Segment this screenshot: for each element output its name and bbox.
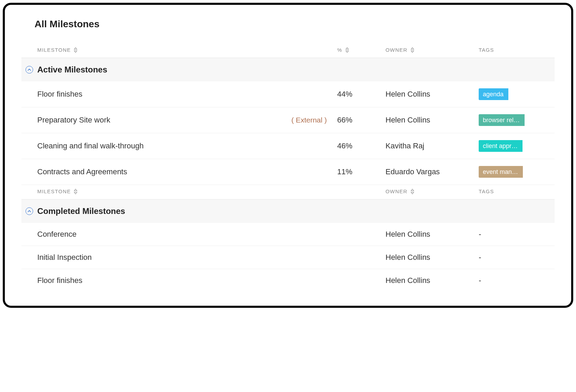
tag-cell-dash: - [479, 253, 555, 262]
sort-icon [410, 47, 414, 53]
table-row[interactable]: Cleaning and final walk-through 46% Kavi… [21, 133, 555, 159]
milestones-panel: All Milestones MILESTONE % OWNER TAGS [3, 3, 573, 308]
owner-cell: Helen Collins [385, 276, 472, 285]
tag-badge[interactable]: client appr… [479, 140, 523, 152]
section-title-completed: Completed Milestones [37, 206, 125, 216]
column-header-tags-label: TAGS [479, 47, 494, 53]
milestone-cell: Preparatory Site work ( External ) [37, 116, 330, 125]
column-header-tags: TAGS [479, 188, 555, 194]
sort-icon [410, 189, 414, 194]
tag-badge[interactable]: event man… [479, 166, 523, 178]
milestone-cell: Conference [37, 230, 330, 239]
table-row[interactable]: Contracts and Agreements 11% Eduardo Var… [21, 159, 555, 185]
column-header-owner[interactable]: OWNER [385, 188, 472, 194]
column-header-milestone[interactable]: MILESTONE [37, 188, 330, 194]
milestone-cell: Initial Inspection [37, 253, 330, 262]
milestone-name: Floor finishes [37, 90, 82, 99]
column-header-milestone-label: MILESTONE [37, 47, 71, 53]
milestone-name: Floor finishes [37, 276, 82, 285]
tag-cell: browser rel… [479, 114, 555, 126]
column-header-tags-label: TAGS [479, 188, 494, 194]
section-header-active: Active Milestones [21, 58, 555, 81]
column-header-owner[interactable]: OWNER [385, 47, 472, 53]
tag-cell: client appr… [479, 140, 555, 152]
owner-cell: Eduardo Vargas [385, 167, 472, 176]
tag-cell-dash: - [479, 276, 555, 285]
milestone-name: Contracts and Agreements [37, 167, 127, 176]
table-header-active: MILESTONE % OWNER TAGS [21, 43, 555, 58]
collapse-icon[interactable] [26, 207, 33, 215]
percent-cell: 66% [337, 116, 379, 125]
table-row[interactable]: Floor finishes 44% Helen Collins agenda [21, 81, 555, 107]
tag-badge[interactable]: browser rel… [479, 114, 525, 126]
column-header-tags: TAGS [479, 47, 555, 53]
table-row[interactable]: Initial Inspection Helen Collins - [21, 246, 555, 269]
column-header-milestone-label: MILESTONE [37, 188, 71, 194]
percent-cell: 46% [337, 141, 379, 150]
column-header-percent[interactable]: % [337, 47, 379, 53]
tag-cell: event man… [479, 166, 555, 178]
column-header-owner-label: OWNER [385, 47, 408, 53]
section-header-completed: Completed Milestones [21, 199, 555, 223]
table-header-completed: MILESTONE OWNER TAGS [21, 185, 555, 199]
tag-badge[interactable]: agenda [479, 88, 508, 100]
milestone-name: Preparatory Site work [37, 116, 110, 125]
tag-cell-dash: - [479, 230, 555, 239]
milestone-name: Conference [37, 230, 77, 239]
tag-cell: agenda [479, 88, 555, 100]
sort-icon [74, 189, 78, 194]
milestone-name: Initial Inspection [37, 253, 92, 262]
column-header-percent-label: % [337, 47, 342, 53]
table-row[interactable]: Preparatory Site work ( External ) 66% H… [21, 107, 555, 133]
column-header-owner-label: OWNER [385, 188, 408, 194]
milestone-name: Cleaning and final walk-through [37, 141, 144, 150]
percent-cell: 44% [337, 90, 379, 99]
column-header-milestone[interactable]: MILESTONE [37, 47, 330, 53]
column-header-percent-blank [337, 188, 379, 194]
table-row[interactable]: Floor finishes Helen Collins - [21, 269, 555, 292]
sort-icon [74, 47, 78, 53]
collapse-icon[interactable] [26, 66, 33, 74]
sort-icon [345, 47, 349, 53]
table-row[interactable]: Conference Helen Collins - [21, 223, 555, 246]
section-title-active: Active Milestones [37, 65, 107, 75]
milestone-cell: Floor finishes [37, 90, 330, 99]
owner-cell: Helen Collins [385, 253, 472, 262]
page-title: All Milestones [35, 19, 555, 30]
external-label: ( External ) [291, 116, 327, 124]
owner-cell: Helen Collins [385, 230, 472, 239]
milestone-cell: Cleaning and final walk-through [37, 141, 330, 150]
milestone-cell: Floor finishes [37, 276, 330, 285]
milestone-cell: Contracts and Agreements [37, 167, 330, 176]
owner-cell: Helen Collins [385, 116, 472, 125]
owner-cell: Kavitha Raj [385, 141, 472, 150]
percent-cell: 11% [337, 167, 379, 176]
owner-cell: Helen Collins [385, 90, 472, 99]
